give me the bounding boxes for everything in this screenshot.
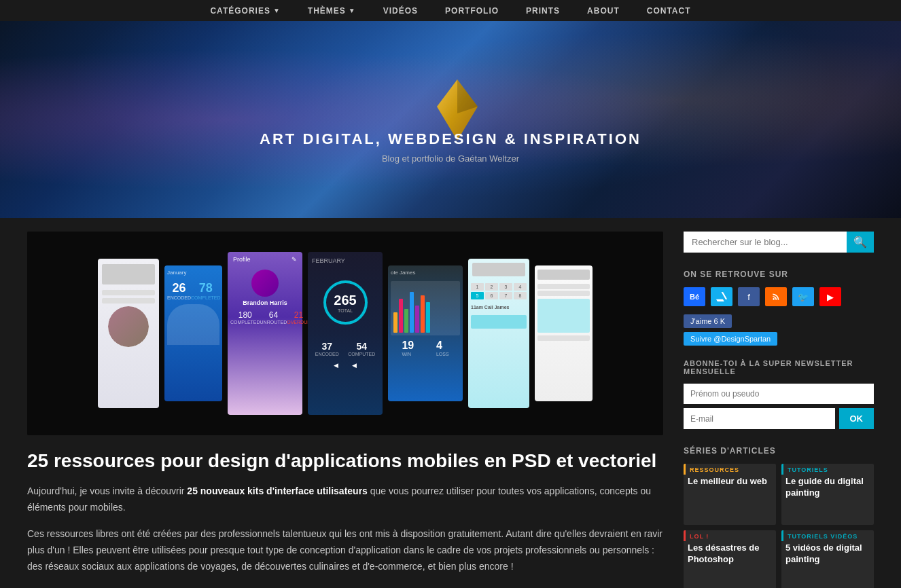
search-input[interactable]	[684, 232, 847, 253]
mockup-screen-1	[98, 259, 159, 408]
series-label-3: TUTORIELS VIDÉOS	[781, 530, 874, 541]
fb-like-button[interactable]: J'aime 6 K	[684, 314, 732, 328]
nav-contact[interactable]: CONTACT	[647, 6, 691, 16]
article-title: 25 ressources pour design d'applications…	[27, 449, 663, 473]
facebook-icon[interactable]: f	[738, 287, 760, 306]
mockup-screen-7	[535, 265, 593, 401]
mockup-screen-3: Profile✎ Brandon Harris 180COMPLETED 64U…	[228, 252, 302, 415]
newsletter-name-input[interactable]	[684, 384, 874, 404]
newsletter-ok-button[interactable]: OK	[839, 408, 874, 429]
sidebar: 🔍 ON SE RETROUVE SUR Bé f 🐦 ▶ J'aime 6 K…	[684, 232, 874, 588]
artstation-icon[interactable]	[711, 287, 732, 306]
nav-prints[interactable]: PRINTS	[526, 6, 560, 16]
newsletter-title: ABONNE-TOI À LA SUPER NEWSLETTER MENSUEL…	[684, 359, 874, 375]
mockup-screen-2: January 26ENCODED 78COMPLETED	[164, 265, 222, 401]
nav-videos[interactable]: VIDÉOS	[383, 6, 418, 16]
twitter-icon[interactable]: 🐦	[792, 287, 814, 306]
chevron-down-icon: ▼	[349, 7, 356, 14]
hero-subtitle: Blog et portfolio de Gaétan Weltzer	[382, 153, 519, 164]
hero-title: ART DIGITAL, WEBDESIGN & INSPIRATION	[260, 130, 641, 148]
series-label-1: TUTORIELS	[781, 464, 874, 475]
logo-diamond	[430, 76, 471, 130]
search-button[interactable]: 🔍	[847, 232, 874, 253]
nav-about[interactable]: ABOUT	[587, 6, 620, 16]
nav-themes[interactable]: THÈMES ▼	[308, 6, 356, 16]
article-paragraph-1: Aujourd'hui, je vous invite à découvrir …	[27, 483, 663, 516]
newsletter-email-input[interactable]	[684, 408, 835, 429]
series-card-1[interactable]: TUTORIELS Le guide du digital painting	[781, 464, 874, 525]
series-title: SÉRIES D'ARTICLES	[684, 446, 874, 456]
tw-follow-button[interactable]: Suivre @DesignSpartan	[684, 332, 777, 346]
rss-icon[interactable]	[765, 287, 787, 306]
search-icon: 🔍	[853, 236, 867, 249]
search-box: 🔍	[684, 232, 874, 253]
series-card-title-1: Le guide du digital painting	[781, 475, 874, 503]
series-label-2: LOL !	[684, 530, 776, 541]
mockup-screen-4: FEBRUARY 265 TOTAL 37ENCODED 54COMPUTED …	[308, 252, 383, 415]
series-card-2[interactable]: LOL ! Les désastres de Photoshop	[684, 530, 776, 588]
main-container: January 26ENCODED 78COMPLETED Profile✎ B…	[0, 232, 901, 588]
series-card-title-0: Le meilleur du web	[684, 475, 776, 492]
social-icons: Bé f 🐦 ▶	[684, 287, 874, 306]
content-area: January 26ENCODED 78COMPLETED Profile✎ B…	[27, 232, 663, 585]
series-card-3[interactable]: TUTORIELS VIDÉOS 5 vidéos de digital pai…	[781, 530, 874, 588]
newsletter-section: ABONNE-TOI À LA SUPER NEWSLETTER MENSUEL…	[684, 359, 874, 429]
series-card-0[interactable]: RESSOURCES Le meilleur du web	[684, 464, 776, 525]
article-image: January 26ENCODED 78COMPLETED Profile✎ B…	[27, 232, 663, 435]
mockup-screen-5: ole James 19WIN	[388, 265, 463, 401]
article-paragraph-2: Ces ressources libres ont été créées par…	[27, 526, 663, 574]
behance-icon[interactable]: Bé	[684, 287, 705, 306]
main-nav: CATÉGORIES ▼ THÈMES ▼ VIDÉOS PORTFOLIO P…	[0, 0, 901, 21]
mockup-screen-6: 1 2 3 4 5 6 7 8 11am Call James	[468, 259, 529, 408]
mockup-grid: January 26ENCODED 78COMPLETED Profile✎ B…	[27, 232, 663, 435]
newsletter-email-row: OK	[684, 408, 874, 429]
series-card-title-3: 5 vidéos de digital painting	[781, 541, 874, 570]
nav-portfolio[interactable]: PORTFOLIO	[445, 6, 499, 16]
series-grid: RESSOURCES Le meilleur du web TUTORIELS …	[684, 464, 874, 588]
series-card-title-2: Les désastres de Photoshop	[684, 541, 776, 570]
nav-categories[interactable]: CATÉGORIES ▼	[210, 6, 280, 16]
chevron-down-icon: ▼	[273, 7, 281, 14]
series-label-0: RESSOURCES	[684, 464, 776, 475]
social-section-title: ON SE RETROUVE SUR	[684, 270, 874, 279]
youtube-icon[interactable]: ▶	[819, 287, 841, 306]
hero-banner: ART DIGITAL, WEBDESIGN & INSPIRATION Blo…	[0, 21, 901, 218]
